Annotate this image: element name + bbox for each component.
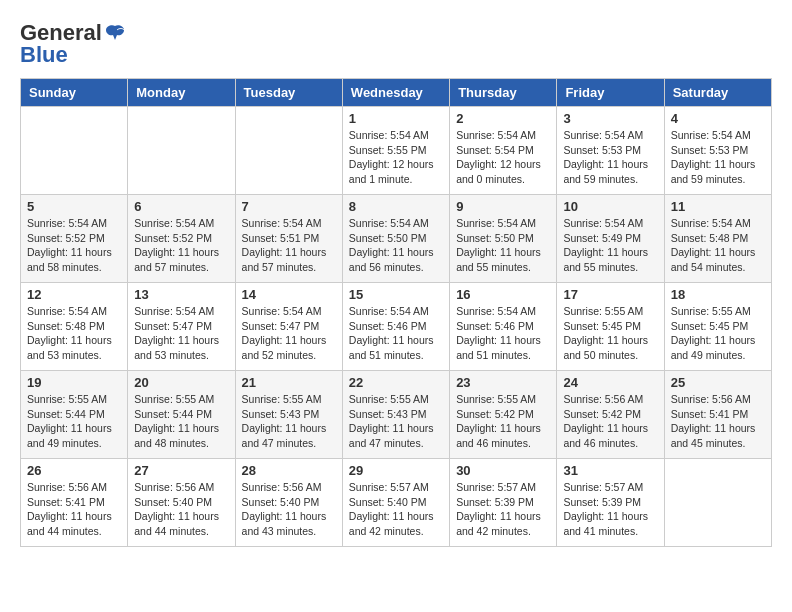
day-info: Sunrise: 5:57 AM Sunset: 5:39 PM Dayligh… xyxy=(456,480,550,539)
calendar-cell: 14Sunrise: 5:54 AM Sunset: 5:47 PM Dayli… xyxy=(235,283,342,371)
day-info: Sunrise: 5:54 AM Sunset: 5:50 PM Dayligh… xyxy=(456,216,550,275)
day-info: Sunrise: 5:57 AM Sunset: 5:40 PM Dayligh… xyxy=(349,480,443,539)
day-info: Sunrise: 5:54 AM Sunset: 5:53 PM Dayligh… xyxy=(563,128,657,187)
calendar-day-header: Tuesday xyxy=(235,79,342,107)
calendar-cell: 12Sunrise: 5:54 AM Sunset: 5:48 PM Dayli… xyxy=(21,283,128,371)
calendar-day-header: Sunday xyxy=(21,79,128,107)
calendar-cell: 27Sunrise: 5:56 AM Sunset: 5:40 PM Dayli… xyxy=(128,459,235,547)
calendar-cell: 18Sunrise: 5:55 AM Sunset: 5:45 PM Dayli… xyxy=(664,283,771,371)
calendar-cell: 22Sunrise: 5:55 AM Sunset: 5:43 PM Dayli… xyxy=(342,371,449,459)
calendar-cell: 3Sunrise: 5:54 AM Sunset: 5:53 PM Daylig… xyxy=(557,107,664,195)
calendar-cell: 1Sunrise: 5:54 AM Sunset: 5:55 PM Daylig… xyxy=(342,107,449,195)
calendar-cell: 30Sunrise: 5:57 AM Sunset: 5:39 PM Dayli… xyxy=(450,459,557,547)
day-info: Sunrise: 5:56 AM Sunset: 5:41 PM Dayligh… xyxy=(671,392,765,451)
calendar-cell: 19Sunrise: 5:55 AM Sunset: 5:44 PM Dayli… xyxy=(21,371,128,459)
day-info: Sunrise: 5:56 AM Sunset: 5:40 PM Dayligh… xyxy=(134,480,228,539)
day-info: Sunrise: 5:54 AM Sunset: 5:51 PM Dayligh… xyxy=(242,216,336,275)
calendar-week-row: 26Sunrise: 5:56 AM Sunset: 5:41 PM Dayli… xyxy=(21,459,772,547)
day-number: 10 xyxy=(563,199,657,214)
calendar-cell xyxy=(664,459,771,547)
logo-blue: Blue xyxy=(20,42,68,68)
calendar-cell: 7Sunrise: 5:54 AM Sunset: 5:51 PM Daylig… xyxy=(235,195,342,283)
day-number: 17 xyxy=(563,287,657,302)
page-header: General Blue xyxy=(20,20,772,68)
calendar-week-row: 5Sunrise: 5:54 AM Sunset: 5:52 PM Daylig… xyxy=(21,195,772,283)
day-number: 14 xyxy=(242,287,336,302)
calendar-header-row: SundayMondayTuesdayWednesdayThursdayFrid… xyxy=(21,79,772,107)
day-number: 7 xyxy=(242,199,336,214)
day-number: 25 xyxy=(671,375,765,390)
day-number: 13 xyxy=(134,287,228,302)
day-number: 4 xyxy=(671,111,765,126)
day-number: 12 xyxy=(27,287,121,302)
day-info: Sunrise: 5:57 AM Sunset: 5:39 PM Dayligh… xyxy=(563,480,657,539)
calendar-cell: 13Sunrise: 5:54 AM Sunset: 5:47 PM Dayli… xyxy=(128,283,235,371)
calendar-cell: 24Sunrise: 5:56 AM Sunset: 5:42 PM Dayli… xyxy=(557,371,664,459)
calendar-cell: 26Sunrise: 5:56 AM Sunset: 5:41 PM Dayli… xyxy=(21,459,128,547)
day-info: Sunrise: 5:54 AM Sunset: 5:47 PM Dayligh… xyxy=(242,304,336,363)
logo: General Blue xyxy=(20,20,126,68)
day-info: Sunrise: 5:54 AM Sunset: 5:47 PM Dayligh… xyxy=(134,304,228,363)
day-info: Sunrise: 5:54 AM Sunset: 5:50 PM Dayligh… xyxy=(349,216,443,275)
day-info: Sunrise: 5:54 AM Sunset: 5:52 PM Dayligh… xyxy=(134,216,228,275)
calendar-cell: 15Sunrise: 5:54 AM Sunset: 5:46 PM Dayli… xyxy=(342,283,449,371)
day-number: 9 xyxy=(456,199,550,214)
calendar-cell: 25Sunrise: 5:56 AM Sunset: 5:41 PM Dayli… xyxy=(664,371,771,459)
day-info: Sunrise: 5:54 AM Sunset: 5:54 PM Dayligh… xyxy=(456,128,550,187)
day-info: Sunrise: 5:55 AM Sunset: 5:44 PM Dayligh… xyxy=(27,392,121,451)
calendar-cell: 9Sunrise: 5:54 AM Sunset: 5:50 PM Daylig… xyxy=(450,195,557,283)
logo-bird-icon xyxy=(104,22,126,44)
day-info: Sunrise: 5:54 AM Sunset: 5:48 PM Dayligh… xyxy=(27,304,121,363)
calendar-day-header: Friday xyxy=(557,79,664,107)
day-info: Sunrise: 5:56 AM Sunset: 5:40 PM Dayligh… xyxy=(242,480,336,539)
day-number: 21 xyxy=(242,375,336,390)
day-info: Sunrise: 5:55 AM Sunset: 5:45 PM Dayligh… xyxy=(671,304,765,363)
day-info: Sunrise: 5:55 AM Sunset: 5:45 PM Dayligh… xyxy=(563,304,657,363)
calendar-cell: 10Sunrise: 5:54 AM Sunset: 5:49 PM Dayli… xyxy=(557,195,664,283)
day-info: Sunrise: 5:54 AM Sunset: 5:55 PM Dayligh… xyxy=(349,128,443,187)
day-number: 19 xyxy=(27,375,121,390)
calendar-cell: 2Sunrise: 5:54 AM Sunset: 5:54 PM Daylig… xyxy=(450,107,557,195)
calendar-cell: 11Sunrise: 5:54 AM Sunset: 5:48 PM Dayli… xyxy=(664,195,771,283)
day-number: 16 xyxy=(456,287,550,302)
calendar-cell: 17Sunrise: 5:55 AM Sunset: 5:45 PM Dayli… xyxy=(557,283,664,371)
calendar-cell: 6Sunrise: 5:54 AM Sunset: 5:52 PM Daylig… xyxy=(128,195,235,283)
day-info: Sunrise: 5:55 AM Sunset: 5:43 PM Dayligh… xyxy=(349,392,443,451)
day-number: 29 xyxy=(349,463,443,478)
calendar-cell xyxy=(128,107,235,195)
calendar-week-row: 19Sunrise: 5:55 AM Sunset: 5:44 PM Dayli… xyxy=(21,371,772,459)
day-number: 23 xyxy=(456,375,550,390)
day-info: Sunrise: 5:55 AM Sunset: 5:43 PM Dayligh… xyxy=(242,392,336,451)
day-info: Sunrise: 5:54 AM Sunset: 5:53 PM Dayligh… xyxy=(671,128,765,187)
calendar-day-header: Thursday xyxy=(450,79,557,107)
day-number: 8 xyxy=(349,199,443,214)
calendar-week-row: 12Sunrise: 5:54 AM Sunset: 5:48 PM Dayli… xyxy=(21,283,772,371)
calendar-cell xyxy=(21,107,128,195)
day-number: 1 xyxy=(349,111,443,126)
day-info: Sunrise: 5:54 AM Sunset: 5:48 PM Dayligh… xyxy=(671,216,765,275)
day-number: 22 xyxy=(349,375,443,390)
day-info: Sunrise: 5:56 AM Sunset: 5:42 PM Dayligh… xyxy=(563,392,657,451)
calendar-cell: 28Sunrise: 5:56 AM Sunset: 5:40 PM Dayli… xyxy=(235,459,342,547)
day-info: Sunrise: 5:54 AM Sunset: 5:46 PM Dayligh… xyxy=(349,304,443,363)
day-number: 24 xyxy=(563,375,657,390)
day-number: 20 xyxy=(134,375,228,390)
calendar-cell xyxy=(235,107,342,195)
calendar-cell: 5Sunrise: 5:54 AM Sunset: 5:52 PM Daylig… xyxy=(21,195,128,283)
calendar-day-header: Saturday xyxy=(664,79,771,107)
calendar-cell: 23Sunrise: 5:55 AM Sunset: 5:42 PM Dayli… xyxy=(450,371,557,459)
day-number: 3 xyxy=(563,111,657,126)
calendar-cell: 21Sunrise: 5:55 AM Sunset: 5:43 PM Dayli… xyxy=(235,371,342,459)
day-number: 5 xyxy=(27,199,121,214)
day-number: 6 xyxy=(134,199,228,214)
calendar-day-header: Wednesday xyxy=(342,79,449,107)
day-number: 2 xyxy=(456,111,550,126)
calendar-table: SundayMondayTuesdayWednesdayThursdayFrid… xyxy=(20,78,772,547)
calendar-week-row: 1Sunrise: 5:54 AM Sunset: 5:55 PM Daylig… xyxy=(21,107,772,195)
day-number: 31 xyxy=(563,463,657,478)
calendar-cell: 20Sunrise: 5:55 AM Sunset: 5:44 PM Dayli… xyxy=(128,371,235,459)
calendar-cell: 31Sunrise: 5:57 AM Sunset: 5:39 PM Dayli… xyxy=(557,459,664,547)
day-number: 11 xyxy=(671,199,765,214)
day-info: Sunrise: 5:55 AM Sunset: 5:42 PM Dayligh… xyxy=(456,392,550,451)
day-number: 15 xyxy=(349,287,443,302)
